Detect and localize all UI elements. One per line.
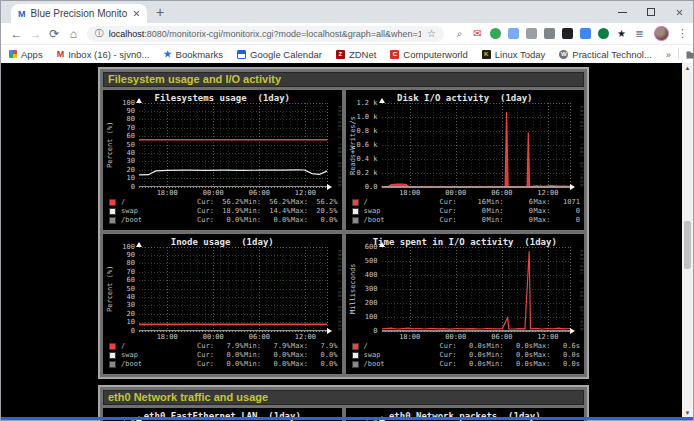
tab-title: Blue Precision Monitorix <box>31 8 128 19</box>
y-tick-label: 500 <box>346 258 378 265</box>
page-scrollbar[interactable]: ▲ ▼ <box>682 63 693 420</box>
legend-max-value: Max: 0 <box>534 207 581 216</box>
minimize-button[interactable] <box>618 12 627 13</box>
legend-cur-value: Cur: 16 <box>440 198 487 207</box>
apps-label: Apps <box>21 49 43 60</box>
x-tick-label: 06:00 <box>249 190 270 197</box>
x-tick-label: 06:00 <box>491 334 512 341</box>
legend-series-name: swap <box>121 351 197 360</box>
other-bookmarks-button[interactable]: Other bookmarks <box>686 49 694 60</box>
dark-app-extension-icon[interactable] <box>562 28 573 39</box>
legend-cur-value: Cur: 0 <box>440 207 487 216</box>
legend-color-chip <box>109 217 116 224</box>
black-star-extension-icon[interactable]: ★ <box>616 28 627 39</box>
maximize-button[interactable] <box>647 8 655 16</box>
green-pin-extension-icon[interactable] <box>490 28 501 39</box>
search-extension-icon[interactable]: ⌕ <box>454 28 465 39</box>
bookmark-inbox-16-sjvn0[interactable]: MInbox (16) - sjvn0... <box>57 49 150 60</box>
bookmark-zdnet[interactable]: ZZDNet <box>336 49 376 60</box>
legend-min-value: Min: 0.0% <box>244 360 291 369</box>
y-tick-label: 0.8 k <box>346 128 378 135</box>
legend-row: swapCur: 0.0sMin: 0.0sMax: 0.0s <box>346 351 585 360</box>
bookmark-label: Bookmarks <box>176 49 224 60</box>
bookmark-star-icon[interactable]: ☆ <box>427 28 436 39</box>
scrollbar-thumb[interactable] <box>684 221 691 269</box>
legend-max-value: Max: 0.0s <box>534 360 581 369</box>
legend-max-value: Max: 0.0% <box>291 360 338 369</box>
y-tick-label: 100 <box>103 100 135 107</box>
legend-cur-value: Cur: 0.0s <box>440 360 487 369</box>
legend-min-value: Min: 0.0s <box>487 342 534 351</box>
legend-max-value: Max: 0.0% <box>291 216 338 225</box>
linuxtoday-icon: K <box>482 50 491 59</box>
bookmarks-overflow-chevron[interactable]: » <box>666 49 671 60</box>
forward-icon[interactable]: → <box>26 27 45 41</box>
apps-shortcut[interactable]: Apps <box>9 49 43 60</box>
x-tick-label: 00:00 <box>203 334 224 341</box>
bookmark-linux-today[interactable]: KLinux Today <box>482 49 546 60</box>
bookmark-computerworld[interactable]: CComputerworld <box>390 49 467 60</box>
page-info-icon[interactable]: ⓘ <box>95 27 104 40</box>
tab-close-icon[interactable] <box>132 10 140 18</box>
legend-series-name: /boot <box>364 360 440 369</box>
section-header: Filesystem usage and I/O activity <box>103 72 584 87</box>
close-button[interactable] <box>675 8 683 16</box>
bookmark-bookmarks[interactable]: ★Bookmarks <box>163 49 223 60</box>
bookmarks-bar: Apps MInbox (16) - sjvn0...★BookmarksGoo… <box>1 45 693 63</box>
playlist-extension-icon[interactable]: ≣ <box>634 28 645 39</box>
legend-cur-value: Cur: 0 <box>440 216 487 225</box>
star-icon: ★ <box>163 50 171 59</box>
legend-min-value: Min: 0.0s <box>487 360 534 369</box>
graph-panel-disk-i-o-activity-1day[interactable]: Disk I/O activity (1day)Reads+Writes/s1.… <box>346 90 585 230</box>
gmail-icon: M <box>57 50 65 59</box>
legend-color-chip <box>352 199 359 206</box>
plot-area <box>139 103 327 187</box>
bookmark-practical-technol[interactable]: WPractical Technol... <box>559 49 652 60</box>
green-circle-extension-icon[interactable] <box>598 28 609 39</box>
legend-row: /Cur: 0.0sMin: 0.0sMax: 0.6s <box>346 342 585 351</box>
y-tick-label: 100 <box>103 244 135 251</box>
y-tick-label: 0.6 k <box>346 142 378 149</box>
legend-max-value: Max: 0.6s <box>534 342 581 351</box>
legend-row: swapCur: 0.0%Min: 0.0%Max: 0.0% <box>103 351 342 360</box>
copy-docs-extension-icon[interactable] <box>508 28 519 39</box>
browser-tab[interactable]: M Blue Precision Monitorix <box>11 4 147 23</box>
legend-row: /bootCur: 0.0sMin: 0.0sMax: 0.0s <box>346 360 585 369</box>
legend-min-value: Min: 56.2% <box>244 198 291 207</box>
legend-cur-value: Cur: 0.0% <box>197 351 244 360</box>
bookmark-google-calendar[interactable]: Google Calendar <box>237 49 322 60</box>
profile-avatar[interactable] <box>654 26 669 41</box>
address-bar[interactable]: ⓘ localhost:8080/monitorix-cgi/monitorix… <box>87 26 444 42</box>
legend-series-name: swap <box>121 207 197 216</box>
legend-min-value: Min: 0.0% <box>244 351 291 360</box>
gray-eye-extension-icon[interactable] <box>544 28 555 39</box>
legend-min-value: Min: 0.0s <box>487 351 534 360</box>
home-icon[interactable]: ⌂ <box>64 27 83 41</box>
graph-panel-time-spent-in-i-o-activity-1day[interactable]: Time spent in I/O activity (1day)Millise… <box>346 234 585 374</box>
y-tick-label: 1.0 k <box>346 114 378 121</box>
y-tick-label: 20 <box>103 167 135 174</box>
browser-menu-icon[interactable]: ⋮ <box>677 27 687 40</box>
gray-card-extension-icon[interactable] <box>526 28 537 39</box>
x-tick-label: 00:00 <box>203 190 224 197</box>
y-tick-label: 0.0 <box>346 184 378 191</box>
graph-panel-filesystems-usage-1day[interactable]: Filesystems usage (1day)Percent (%)10090… <box>103 90 342 230</box>
wordpress-icon: W <box>559 50 568 59</box>
back-icon[interactable]: ← <box>7 27 26 41</box>
x-tick-label: 12:00 <box>537 334 558 341</box>
x-tick-label: 06:00 <box>491 190 512 197</box>
y-tick-label: 30 <box>103 302 135 309</box>
blue-chat-extension-icon[interactable] <box>580 28 591 39</box>
new-tab-button[interactable]: + <box>156 1 164 23</box>
graph-panel-inode-usage-1day[interactable]: Inode usage (1day)Percent (%)10090807060… <box>103 234 342 374</box>
calendar-icon <box>237 50 246 59</box>
gmail-extension-icon[interactable]: ✉ <box>472 28 483 39</box>
scrollbar-up-arrow[interactable]: ▲ <box>682 65 693 71</box>
legend-cur-value: Cur: 56.2% <box>197 198 244 207</box>
scrollbar-down-arrow[interactable]: ▼ <box>682 410 693 416</box>
reload-icon[interactable]: ⟳ <box>45 27 64 41</box>
legend-series-name: /boot <box>121 216 197 225</box>
y-tick-label: 0 <box>103 328 135 335</box>
legend-min-value: Min: 0 <box>487 207 534 216</box>
legend-color-chip <box>109 208 116 215</box>
